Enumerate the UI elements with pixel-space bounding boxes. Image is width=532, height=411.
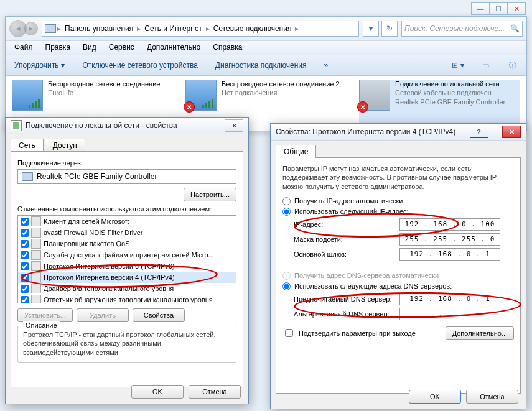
conn-status: Нет подключения <box>222 88 340 97</box>
ip-address-input[interactable]: 192 . 168 . 0 . 100 <box>399 218 500 231</box>
list-item[interactable]: avast! Firewall NDIS Filter Driver <box>18 227 236 238</box>
description-text: Протокол TCP/IP - стандартный протокол г… <box>23 330 231 357</box>
refresh-icon[interactable]: ↻ <box>381 21 398 37</box>
dialog-title-bar[interactable]: Свойства: Протокол Интернета версии 4 (T… <box>271 124 526 141</box>
crumb[interactable]: Сеть и Интернет <box>142 24 204 33</box>
radio-input[interactable] <box>282 197 291 205</box>
history-dropdown-icon[interactable]: ▾ <box>363 21 379 37</box>
menu-help[interactable]: Справка <box>207 41 248 55</box>
component-checkbox[interactable] <box>21 285 29 293</box>
window-minimize[interactable]: — <box>471 2 490 15</box>
window-close[interactable]: ✕ <box>507 2 526 15</box>
component-label: avast! Firewall NDIS Filter Driver <box>44 229 143 236</box>
dns1-label: Предпочитаемый DNS-сервер: <box>294 295 399 303</box>
components-list[interactable]: Клиент для сетей Microsoft avast! Firewa… <box>17 215 236 303</box>
list-item[interactable]: Планировщик пакетов QoS <box>18 238 236 249</box>
component-checkbox[interactable] <box>21 240 29 248</box>
component-icon <box>31 295 41 303</box>
menu-bar: Файл Правка Вид Сервис Дополнительно Спр… <box>6 41 526 55</box>
ok-button[interactable]: OK <box>409 390 461 404</box>
ok-button[interactable]: OK <box>131 385 184 399</box>
component-checkbox[interactable] <box>21 274 29 282</box>
search-icon[interactable]: 🔍 <box>510 24 520 33</box>
crumb[interactable]: Панель управления <box>62 24 136 33</box>
radio-label: Использовать следующие адреса DNS-сервер… <box>294 282 452 290</box>
component-icon <box>31 216 41 226</box>
breadcrumb[interactable]: ▸ Панель управления ▸ Сеть и Интернет ▸ … <box>42 21 359 37</box>
component-icon <box>31 228 41 238</box>
help-icon[interactable]: ⓘ <box>504 58 521 73</box>
radio-input <box>282 272 291 280</box>
nav-forward-icon[interactable]: ► <box>24 22 38 35</box>
details-pane-icon[interactable]: ▭ <box>477 58 494 73</box>
preferred-dns-input[interactable]: 192 . 168 . 0 . 1 <box>399 293 500 305</box>
component-checkbox[interactable] <box>21 296 29 303</box>
conn-name: Беспроводное сетевое соединение <box>48 80 160 88</box>
radio-static-dns[interactable]: Использовать следующие адреса DNS-сервер… <box>282 282 514 290</box>
list-item[interactable]: Клиент для сетей Microsoft <box>18 216 236 227</box>
organize-button[interactable]: Упорядочить ▾ <box>11 58 68 72</box>
tab-network[interactable]: Сеть <box>11 139 44 152</box>
component-icon <box>31 250 41 260</box>
connection-properties-dialog: Подключение по локальной сети - свойства… <box>5 117 249 404</box>
list-item[interactable]: Протокол Интернета версии 4 (TCP/IPv4) <box>18 272 236 283</box>
tab-sharing[interactable]: Доступ <box>45 139 85 152</box>
component-checkbox[interactable] <box>21 218 29 226</box>
subnet-mask-input[interactable]: 255 . 255 . 255 . 0 <box>399 233 500 246</box>
list-item[interactable]: Ответчик обнаружения топологии канальног… <box>18 294 236 303</box>
menu-view[interactable]: Вид <box>77 41 103 55</box>
menu-edit[interactable]: Правка <box>39 41 77 55</box>
menu-advanced[interactable]: Дополнительно <box>141 41 207 55</box>
alternate-dns-input[interactable]: . . . <box>399 308 500 320</box>
component-properties-button[interactable]: Свойства <box>133 308 185 322</box>
close-icon[interactable]: ✕ <box>502 126 521 138</box>
window-maximize[interactable]: ☐ <box>489 2 508 15</box>
dialog-title: Свойства: Протокол Интернета версии 4 (T… <box>276 127 455 136</box>
adapter-name: Realtek PCIe GBE Family Controller <box>37 172 157 181</box>
component-checkbox[interactable] <box>21 229 29 237</box>
component-label: Драйвер в/в тополога канального уровня <box>44 285 174 292</box>
menu-file[interactable]: Файл <box>8 41 39 55</box>
tab-general[interactable]: Общие <box>276 145 316 158</box>
dns2-label: Альтернативный DNS-сервер: <box>294 310 399 318</box>
advanced-button[interactable]: Дополнительно... <box>446 326 514 340</box>
connection-item[interactable]: ✕ Подключение по локальной сети Сетевой … <box>359 80 520 127</box>
close-icon[interactable]: ✕ <box>225 119 243 132</box>
component-checkbox[interactable] <box>21 262 29 270</box>
conn-status: Сетевой кабель не подключен <box>395 88 505 97</box>
components-label: Отмеченные компоненты используются этим … <box>17 205 236 213</box>
radio-auto-dns: Получить адрес DNS-сервера автоматически <box>282 272 514 280</box>
view-options-icon[interactable]: ⊞ ▾ <box>449 58 467 73</box>
description-group: Описание Протокол TCP/IP - стандартный п… <box>17 326 236 363</box>
list-item[interactable]: Протокол Интернета версии 6 (TCP/IPv6) <box>18 261 236 272</box>
more-button[interactable]: » <box>320 58 332 72</box>
uninstall-button[interactable]: Удалить <box>77 308 129 322</box>
menu-tools[interactable]: Сервис <box>103 41 141 55</box>
crumb[interactable]: Сетевые подключения <box>211 24 294 33</box>
radio-auto-ip[interactable]: Получить IP-адрес автоматически <box>282 197 514 205</box>
radio-input[interactable] <box>282 208 291 216</box>
component-icon <box>31 284 41 293</box>
list-item[interactable]: Драйвер в/в тополога канального уровня <box>18 283 236 294</box>
dialog-help-icon[interactable]: ? <box>470 126 488 138</box>
dialog-title-bar[interactable]: Подключение по локальной сети - свойства… <box>6 118 248 134</box>
diagnose-button[interactable]: Диагностика подключения <box>212 58 310 72</box>
component-checkbox[interactable] <box>21 251 29 259</box>
conn-name: Беспроводное сетевое соединение 2 <box>222 80 340 88</box>
dialog-title: Подключение по локальной сети - свойства <box>26 121 177 130</box>
adapter-icon <box>22 172 33 181</box>
validate-on-exit-checkbox[interactable] <box>285 329 293 337</box>
cancel-button[interactable]: Отмена <box>189 385 241 399</box>
radio-static-ip[interactable]: Использовать следующий IP-адрес: <box>282 208 514 216</box>
conn-detail: Realtek PCIe GBE Family Controller <box>395 98 505 106</box>
explorer-window: ◄ ► ▸ Панель управления ▸ Сеть и Интерне… <box>5 16 527 131</box>
cancel-button[interactable]: Отмена <box>466 390 518 404</box>
search-input[interactable]: Поиск: Сетевые подключе... 🔍 <box>401 21 523 37</box>
configure-button[interactable]: Настроить... <box>184 188 236 201</box>
gateway-input[interactable]: 192 . 168 . 0 . 1 <box>399 248 500 261</box>
component-icon <box>31 272 41 282</box>
disable-device-button[interactable]: Отключение сетевого устройства <box>78 58 201 72</box>
radio-input[interactable] <box>282 282 291 290</box>
list-item[interactable]: Служба доступа к файлам и принтерам сете… <box>18 249 236 261</box>
install-button[interactable]: Установить... <box>17 308 73 322</box>
